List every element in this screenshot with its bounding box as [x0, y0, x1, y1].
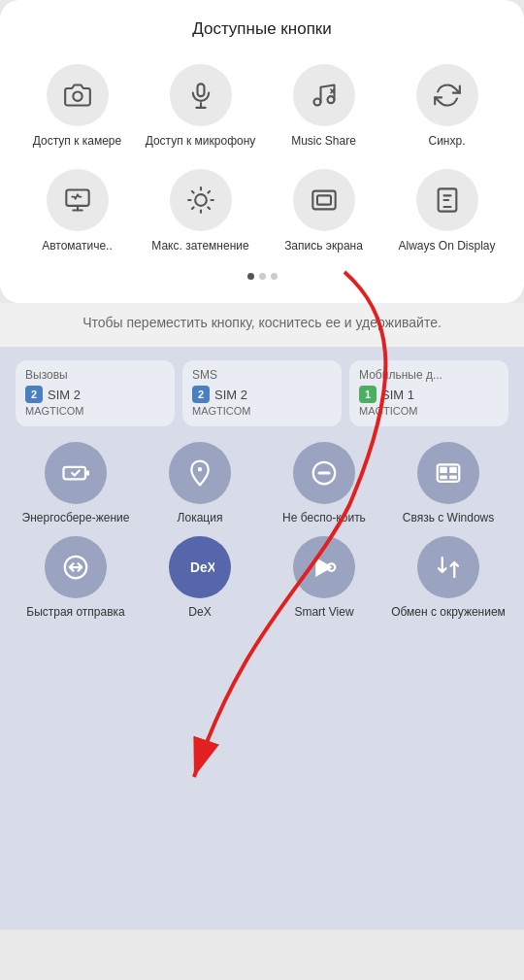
btn-screen-record-label: Запись экрана — [284, 239, 363, 254]
svg-rect-9 — [64, 467, 86, 480]
svg-rect-7 — [317, 195, 331, 204]
svg-rect-4 — [66, 189, 88, 205]
dex-icon: DeX — [185, 553, 214, 582]
sim-data-badge-row: 1 SIM 1 — [359, 386, 499, 403]
buttons-grid: Доступ к камере Доступ к микрофону — [10, 58, 514, 259]
sim-sms-badge-row: 2 SIM 2 — [192, 386, 332, 403]
svg-rect-16 — [440, 476, 447, 480]
action-smart-view[interactable]: Smart View — [264, 536, 384, 621]
btn-always-on-circle — [416, 169, 478, 231]
page-wrapper: Доступные кнопки Доступ к камере — [0, 0, 524, 929]
action-dnd-label: Не беспо-коить — [282, 511, 366, 526]
brightness-icon — [187, 186, 214, 214]
sim-calls-network: SIM 2 — [48, 388, 81, 402]
sim-data-carrier: MAGTICOM — [359, 405, 499, 417]
action-exchange[interactable]: Обмен с окружением — [388, 536, 508, 621]
smart-view-icon — [310, 553, 339, 582]
hint-text: Чтобы переместить кнопку, коснитесь ее и… — [0, 303, 524, 347]
sim-calls-badge: 2 — [25, 386, 43, 403]
btn-sync-label: Синхр. — [428, 134, 465, 150]
btn-always-on-label: Always On Display — [398, 239, 495, 254]
action-windows-label: Связь с Windows — [403, 511, 495, 526]
always-on-icon — [434, 186, 461, 214]
btn-brightness[interactable]: Макс. затемнение — [141, 163, 260, 260]
sim-data-network: SIM 1 — [381, 388, 414, 402]
sim-data-badge: 1 — [359, 386, 377, 403]
dnd-icon — [310, 458, 339, 488]
btn-music-share[interactable]: Music Share — [264, 58, 383, 155]
btn-music-share-label: Music Share — [291, 134, 356, 150]
btn-auto[interactable]: Автоматиче.. — [17, 163, 137, 260]
quick-share-icon — [61, 553, 90, 582]
exchange-icon — [434, 553, 463, 582]
svg-rect-17 — [449, 476, 457, 480]
btn-brightness-circle — [170, 169, 232, 231]
sim-sms-type: SMS — [192, 368, 332, 382]
sim-calls-badge-row: 2 SIM 2 — [25, 386, 165, 403]
battery-icon — [61, 458, 90, 488]
sim-calls-type: Вызовы — [25, 368, 165, 382]
btn-microphone-circle — [170, 64, 232, 126]
btn-auto-circle — [47, 169, 109, 231]
sim-row: Вызовы 2 SIM 2 MAGTICOM SMS 2 SIM 2 MAGT… — [12, 347, 512, 436]
btn-brightness-label: Макс. затемнение — [151, 239, 248, 254]
svg-point-3 — [327, 96, 334, 103]
dot-1 — [247, 273, 254, 280]
action-dex-circle: DeX — [169, 536, 231, 598]
sim-sms-network: SIM 2 — [214, 388, 247, 402]
action-dex-label: DeX — [188, 605, 211, 621]
btn-always-on[interactable]: Always On Display — [387, 163, 507, 260]
svg-point-2 — [313, 99, 320, 106]
sim-data: Мобильные д... 1 SIM 1 MAGTICOM — [349, 360, 508, 426]
dot-2 — [259, 273, 266, 280]
location-icon — [185, 458, 214, 488]
windows-icon — [434, 458, 463, 488]
action-quick-share[interactable]: Быстрая отправка — [16, 536, 136, 621]
btn-sync-circle — [416, 64, 478, 126]
btn-camera-label: Доступ к камере — [33, 134, 121, 150]
svg-rect-14 — [440, 467, 447, 473]
available-buttons-card: Доступные кнопки Доступ к камере — [0, 0, 524, 303]
pagination-dots — [10, 273, 514, 280]
sim-sms: SMS 2 SIM 2 MAGTICOM — [182, 360, 342, 426]
svg-rect-1 — [197, 84, 204, 96]
action-smart-view-label: Smart View — [294, 605, 353, 621]
action-smart-view-circle — [293, 536, 355, 598]
actions-grid: Энергосбере-жение Локация — [12, 436, 512, 620]
sim-calls-carrier: MAGTICOM — [25, 405, 165, 417]
auto-icon — [64, 186, 91, 214]
camera-icon — [64, 82, 91, 109]
action-location[interactable]: Локация — [140, 442, 260, 526]
bottom-section: Вызовы 2 SIM 2 MAGTICOM SMS 2 SIM 2 MAGT… — [0, 347, 524, 929]
action-location-circle — [169, 442, 231, 504]
svg-text:DeX: DeX — [190, 560, 214, 575]
sync-icon — [434, 82, 461, 109]
btn-screen-record-circle — [293, 169, 355, 231]
action-windows[interactable]: Связь с Windows — [388, 442, 508, 526]
action-dnd-circle — [293, 442, 355, 504]
btn-camera[interactable]: Доступ к камере — [17, 58, 137, 155]
card-title: Доступные кнопки — [10, 19, 514, 39]
btn-microphone-label: Доступ к микрофону — [146, 134, 256, 150]
action-energy-circle — [45, 442, 107, 504]
svg-point-5 — [195, 194, 207, 206]
action-exchange-label: Обмен с окружением — [391, 605, 506, 621]
sim-sms-carrier: MAGTICOM — [192, 405, 332, 417]
action-location-label: Локация — [178, 511, 223, 526]
btn-camera-circle — [47, 64, 109, 126]
action-dnd[interactable]: Не беспо-коить — [264, 442, 384, 526]
action-exchange-circle — [417, 536, 479, 598]
sim-calls: Вызовы 2 SIM 2 MAGTICOM — [16, 360, 175, 426]
svg-point-0 — [73, 92, 82, 101]
svg-rect-15 — [449, 467, 457, 473]
action-quick-share-label: Быстрая отправка — [26, 605, 125, 621]
btn-sync[interactable]: Синхр. — [387, 58, 507, 155]
btn-screen-record[interactable]: Запись экрана — [264, 163, 383, 260]
btn-auto-label: Автоматиче.. — [42, 239, 113, 254]
btn-music-share-circle — [293, 64, 355, 126]
action-energy[interactable]: Энергосбере-жение — [16, 442, 136, 526]
btn-microphone[interactable]: Доступ к микрофону — [141, 58, 260, 155]
sim-sms-badge: 2 — [192, 386, 210, 403]
action-dex[interactable]: DeX DeX — [140, 536, 260, 621]
screen-record-icon — [311, 186, 338, 214]
